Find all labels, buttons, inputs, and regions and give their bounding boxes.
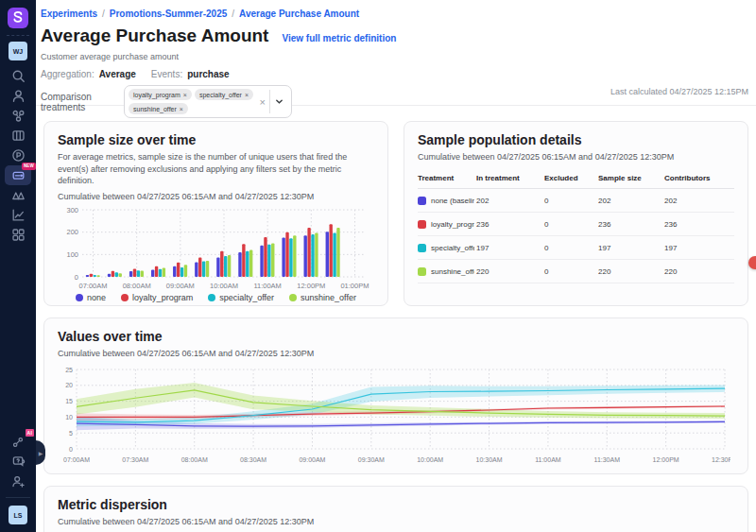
breadcrumb: Experiments / Promotions-Summer-2025 / A… (41, 9, 748, 19)
svg-text:09:00AM: 09:00AM (299, 456, 325, 463)
page-title: Average Purchase Amount (41, 26, 268, 46)
sample-size-bar-chart: 010020030007:00AM08:00AM09:00AM10:00AM11… (58, 205, 375, 292)
last-calculated: Last calculated 04/27/2025 12:15PM (610, 87, 748, 96)
treatment-color-swatch (418, 220, 426, 229)
main-area: Experiments / Promotions-Summer-2025 / A… (36, 0, 756, 532)
breadcrumb-experiments[interactable]: Experiments (41, 9, 97, 19)
table-cell: 220 (476, 267, 544, 276)
chip-remove-icon[interactable]: × (245, 92, 249, 98)
svg-text:07:00AM: 07:00AM (63, 456, 90, 463)
table-cell: 236 (598, 220, 664, 229)
card-description: For average metrics, sample size is the … (58, 151, 374, 187)
svg-text:10:00AM: 10:00AM (417, 456, 443, 463)
svg-text:0: 0 (75, 272, 78, 281)
new-badge: NEW (22, 163, 36, 170)
chart-legend: noneloyalty_programspecialty_offersunshi… (58, 293, 374, 302)
workspace-avatar[interactable]: WJ (9, 42, 27, 60)
svg-text:12:00PM: 12:00PM (653, 456, 679, 463)
comparison-treatments-label: Comparison treatments (41, 92, 124, 112)
population-table: Treatment In treatment Excluded Sample s… (418, 170, 734, 283)
card-title: Values over time (58, 329, 734, 344)
compare-icon[interactable] (5, 185, 31, 205)
legend-label: loyalty_program (132, 293, 193, 302)
treatment-name: loyalty_program (431, 220, 474, 229)
layers-icon[interactable] (5, 126, 31, 146)
legend-item[interactable]: specialty_offer (208, 293, 274, 302)
sidebar-divider (7, 35, 29, 36)
chip-loyalty-program[interactable]: loyalty_program× (129, 89, 192, 100)
treatment-color-swatch (418, 267, 426, 276)
table-cell: 0 (544, 267, 598, 276)
svg-text:11:00AM: 11:00AM (535, 456, 561, 463)
breadcrumb-experiment-name[interactable]: Promotions-Summer-2025 (110, 9, 227, 19)
aggregation-value: Average (99, 69, 136, 79)
legend-label: specialty_offer (219, 293, 274, 302)
metrics-icon[interactable] (5, 205, 31, 225)
view-metric-definition-link[interactable]: View full metric definition (282, 33, 396, 43)
events-value: purchase (187, 69, 229, 79)
card-title: Metric dispersion (58, 497, 734, 512)
card-title: Sample population details (418, 132, 734, 147)
treatments-select[interactable]: loyalty_program× specialty_offer× sunshi… (124, 85, 292, 118)
table-cell: 0 (544, 197, 598, 205)
ai-assistant-icon[interactable]: AI (5, 432, 31, 452)
legend-item[interactable]: loyalty_program (121, 293, 193, 302)
treatment-name: specialty_offer (431, 244, 474, 252)
treatment-name: none (baseline) (431, 197, 474, 205)
treatment-name: sunshine_offer (431, 267, 474, 276)
breadcrumb-metric-name[interactable]: Average Purchase Amount (239, 9, 359, 19)
search-icon[interactable] (5, 66, 31, 86)
breadcrumb-separator: / (232, 9, 234, 19)
svg-text:12:30PM: 12:30PM (712, 456, 730, 463)
legend-item[interactable]: sunshine_offer (289, 293, 356, 302)
user-avatar[interactable]: LS (9, 506, 27, 524)
dashboards-icon[interactable] (5, 225, 31, 245)
app-root: WJ (0, 0, 756, 532)
ai-badge: AI (25, 428, 35, 438)
experiments-icon[interactable]: NEW (5, 165, 31, 185)
sidebar-footer: AI LS (5, 432, 31, 524)
legend-dot (121, 294, 129, 301)
table-row: loyalty_program2360236236 (418, 213, 734, 236)
svg-text:11:30AM: 11:30AM (594, 456, 621, 463)
table-cell: 220 (664, 267, 734, 276)
values-over-time-card: Values over time Cumulative between 04/2… (43, 317, 748, 474)
sample-population-card: Sample population details Cumulative bet… (404, 121, 748, 306)
cumulative-range: Cumulative between 04/27/2025 06:15AM an… (58, 192, 374, 201)
chip-remove-icon[interactable]: × (180, 106, 183, 112)
svg-text:07:00AM: 07:00AM (79, 282, 108, 290)
chevron-down-icon[interactable] (270, 89, 288, 114)
cumulative-range: Cumulative between 04/27/2025 06:15AM an… (58, 349, 734, 358)
cumulative-range: Cumulative between 04/27/2025 06:15AM an… (418, 152, 734, 162)
page-header: Experiments / Promotions-Summer-2025 / A… (36, 0, 756, 106)
table-cell: 236 (664, 220, 734, 229)
metric-subtitle: Customer average purchase amount (41, 52, 748, 61)
treatment-color-swatch (418, 244, 426, 252)
sample-size-card: Sample size over time For average metric… (43, 121, 388, 306)
breadcrumb-separator: / (102, 9, 105, 19)
svg-text:100: 100 (66, 250, 78, 259)
svg-text:25: 25 (65, 367, 73, 373)
events-label: Events: (151, 69, 182, 79)
app-logo[interactable] (8, 8, 28, 28)
svg-text:0: 0 (69, 446, 73, 453)
chip-specialty-offer[interactable]: specialty_offer× (195, 89, 253, 100)
legend-item[interactable]: none (76, 293, 106, 302)
content-area: Sample size over time For average metric… (36, 106, 756, 532)
svg-text:08:00AM: 08:00AM (123, 282, 151, 290)
sidebar-nav: NEW (5, 66, 31, 245)
table-row: specialty_offer1970197197 (418, 236, 734, 260)
chip-remove-icon[interactable]: × (183, 92, 187, 98)
values-line-chart: 051015202507:00AM07:30AM08:00AM08:30AM09… (58, 364, 730, 466)
notification-dot[interactable] (748, 256, 756, 269)
legend-label: none (87, 293, 106, 302)
legend-dot (289, 294, 297, 301)
profile-icon[interactable] (5, 86, 31, 106)
invite-user-icon[interactable] (5, 472, 31, 491)
clear-all-icon[interactable]: × (256, 89, 269, 114)
chip-sunshine-offer[interactable]: sunshine_offer× (129, 103, 188, 114)
feature-gates-icon[interactable] (5, 106, 31, 126)
treatment-chips: loyalty_program× specialty_offer× sunshi… (129, 89, 256, 114)
table-header: Treatment In treatment Excluded Sample s… (418, 170, 734, 189)
help-icon[interactable] (5, 452, 31, 472)
